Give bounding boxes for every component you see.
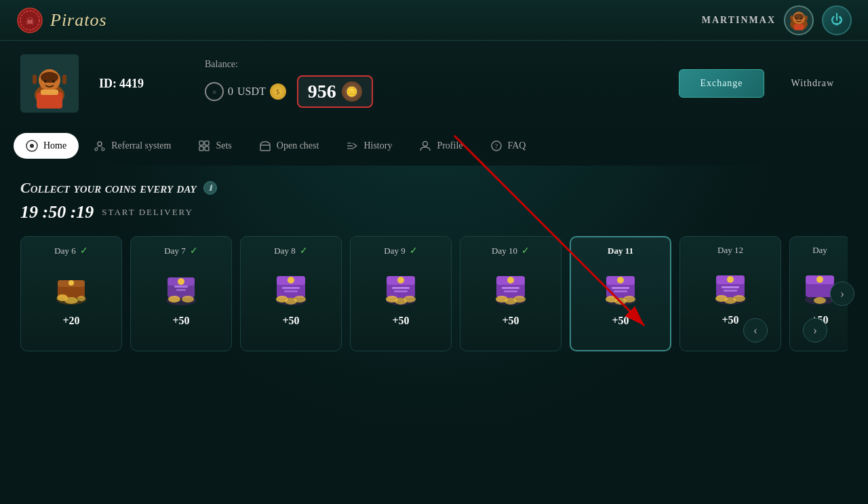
svg-point-55 — [168, 296, 180, 303]
nav-item-sets[interactable]: Sets — [186, 133, 243, 159]
logo-icon: ☠ — [16, 7, 43, 34]
nav-label-open-chest: Open chest — [277, 140, 319, 151]
svg-rect-79 — [502, 287, 519, 289]
svg-point-60 — [288, 277, 294, 284]
usdt-label: USDT — [237, 85, 266, 98]
carousel-next-button[interactable]: › — [830, 282, 854, 306]
countdown-timer: 19 :50 :19 — [20, 202, 94, 222]
balance-section: Balance: ○ 0 USDT $ 956 🪙 — [205, 59, 373, 108]
day-card-9: Day 9 ✓ +50 — [350, 236, 452, 351]
svg-point-101 — [733, 295, 745, 302]
svg-rect-70 — [392, 287, 410, 289]
sets-icon — [198, 140, 210, 152]
faq-icon: ? — [490, 140, 502, 152]
nav-item-open-chest[interactable]: Open chest — [247, 133, 332, 159]
usdt-coin-icon: $ — [270, 83, 286, 100]
carousel-prev-button[interactable]: ‹ — [743, 318, 768, 343]
svg-rect-61 — [282, 287, 300, 289]
svg-point-10 — [800, 17, 802, 19]
svg-line-36 — [353, 146, 357, 149]
day-9-check: ✓ — [410, 245, 418, 256]
exchange-button[interactable]: Exchange — [679, 69, 764, 98]
nav-label-faq: FAQ — [508, 140, 526, 151]
day-9-reward-img — [374, 262, 428, 309]
svg-point-69 — [397, 277, 404, 284]
home-icon — [26, 140, 38, 152]
carousel-next-button-fixed[interactable]: › — [803, 318, 827, 343]
profile-avatar — [20, 54, 79, 113]
day-12-header: Day 12 — [688, 245, 772, 256]
coin-icon: 🪙 — [342, 81, 362, 102]
nav-item-referral[interactable]: Referral system — [81, 133, 183, 159]
info-icon[interactable]: ℹ — [203, 181, 217, 195]
day-7-check: ✓ — [190, 245, 198, 256]
svg-point-6 — [794, 14, 804, 20]
svg-text:?: ? — [494, 142, 498, 150]
day-7-amount: +50 — [172, 315, 189, 327]
logo: ☠ Piratos — [16, 7, 107, 34]
svg-rect-62 — [284, 290, 298, 292]
svg-point-26 — [102, 148, 104, 151]
history-icon — [346, 140, 358, 152]
svg-rect-71 — [394, 290, 408, 292]
svg-point-19 — [52, 80, 55, 83]
svg-point-39 — [423, 142, 428, 147]
svg-point-96 — [727, 276, 734, 283]
svg-point-47 — [64, 297, 78, 304]
withdraw-button[interactable]: Withdraw — [778, 70, 848, 97]
day-10-amount: +50 — [502, 315, 519, 327]
profile-section: ID: 4419 Balance: ○ 0 USDT $ 956 🪙 Excha… — [0, 41, 868, 126]
svg-rect-30 — [205, 141, 209, 145]
nav-label-home: Home — [43, 140, 66, 151]
nav-item-faq[interactable]: ? FAQ — [478, 133, 538, 159]
day-7-reward-img — [154, 262, 208, 309]
coin-balance: 956 🪙 — [297, 75, 373, 108]
referral-icon — [94, 140, 106, 152]
nav-label-sets: Sets — [216, 140, 231, 151]
svg-rect-8 — [805, 15, 808, 20]
action-buttons: Exchange Withdraw — [679, 69, 848, 98]
usdt-balance: ○ 0 USDT $ — [205, 82, 286, 101]
svg-rect-98 — [724, 290, 737, 292]
nav-bar: Home Referral system Sets Open chest — [0, 126, 868, 166]
svg-line-28 — [100, 146, 103, 148]
svg-rect-89 — [614, 290, 627, 292]
day-8-reward-img — [264, 262, 318, 309]
day-10-reward-img — [484, 262, 538, 309]
svg-point-87 — [617, 277, 624, 284]
nav-item-history[interactable]: History — [334, 133, 404, 159]
nav-label-referral: Referral system — [111, 140, 171, 151]
day-6-check: ✓ — [80, 245, 88, 256]
day-12-reward-img — [703, 261, 757, 309]
svg-rect-16 — [33, 75, 37, 84]
nav-label-profile: Profile — [437, 140, 462, 151]
main-content: Collect your coins every day ℹ 19 :50 :1… — [0, 166, 868, 365]
day-7-header: Day 7 ✓ — [139, 245, 223, 256]
svg-point-56 — [182, 296, 194, 303]
chest-icon — [259, 140, 271, 152]
day-6-header: Day 6 ✓ — [29, 245, 113, 256]
days-carousel: Day 6 ✓ +20 — [20, 236, 848, 351]
section-title: Collect your coins every day ℹ — [20, 179, 848, 197]
day-12-amount: +50 — [722, 314, 738, 326]
nav-item-home[interactable]: Home — [14, 133, 79, 159]
power-button[interactable]: ⏻ — [822, 5, 852, 35]
day-8-check: ✓ — [300, 245, 308, 256]
svg-point-45 — [68, 280, 74, 286]
svg-point-48 — [77, 296, 85, 301]
day-card-11: Day 11 +50 — [570, 236, 671, 351]
day-10-header: Day 10 ✓ — [469, 245, 553, 256]
nav-item-profile[interactable]: Profile — [407, 133, 475, 159]
svg-rect-53 — [174, 286, 188, 288]
day-11-reward-img — [593, 262, 648, 309]
svg-point-18 — [44, 80, 47, 83]
user-id-value: 4419 — [119, 77, 144, 90]
svg-point-65 — [294, 296, 306, 303]
balance-label: Balance: — [205, 59, 373, 70]
day-10-check: ✓ — [521, 245, 530, 256]
svg-rect-97 — [722, 286, 739, 288]
svg-point-92 — [623, 296, 635, 303]
svg-point-25 — [95, 148, 98, 151]
svg-rect-88 — [612, 287, 629, 289]
day-6-reward-img — [44, 262, 98, 309]
